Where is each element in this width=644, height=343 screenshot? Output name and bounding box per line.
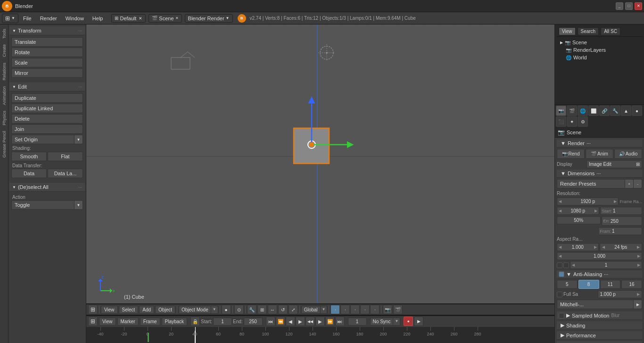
- render-presets-remove[interactable]: -: [633, 180, 642, 188]
- transform-rotate-widget[interactable]: ↺: [278, 305, 288, 314]
- close-btn[interactable]: ✕: [635, 2, 642, 10]
- display-field[interactable]: Image Edit ⊞: [586, 160, 642, 168]
- sidebar-tab-relations[interactable]: Relations: [0, 60, 8, 83]
- props-tab-scene[interactable]: 🎬: [567, 106, 577, 116]
- menu-help[interactable]: Help: [89, 15, 107, 22]
- render-engine-selector[interactable]: Blender Render ▼: [185, 14, 233, 23]
- dimensions-section-header[interactable]: ▼ Dimensions ···: [557, 170, 642, 178]
- data-button[interactable]: Data: [11, 169, 47, 178]
- end-frame-input[interactable]: [244, 318, 263, 326]
- sampled-motion-header[interactable]: ▶ Sampled Motion Blur: [557, 311, 642, 320]
- jump-to-start-btn[interactable]: ⏮: [266, 317, 275, 326]
- toggle-select-label[interactable]: Toggle: [12, 201, 74, 209]
- mitchell-label[interactable]: Mitchell-...: [557, 300, 633, 309]
- timeline-editor-type[interactable]: ⊞: [88, 317, 98, 326]
- layer-2[interactable]: ·: [340, 305, 350, 314]
- mitchell-field[interactable]: 1.000 p ▶: [598, 290, 643, 298]
- viewport-editor-type[interactable]: ⊞: [88, 305, 98, 314]
- percent-field[interactable]: 50%: [557, 216, 601, 224]
- shading-section-header[interactable]: ▶ Shading: [557, 321, 642, 330]
- maximize-btn[interactable]: □: [625, 2, 633, 10]
- pivot-point[interactable]: ⊙: [234, 305, 244, 314]
- outliner-item-scene[interactable]: ▶ 📷 Scene: [559, 39, 641, 46]
- performance-section-header[interactable]: ▶ Performance: [557, 331, 642, 340]
- fps-field[interactable]: ◀ 24 fps ▶: [600, 243, 643, 251]
- mirror-button[interactable]: Mirror: [11, 68, 83, 78]
- props-tab-constraints[interactable]: 🔗: [599, 106, 610, 116]
- mitchell-arrow[interactable]: ▶: [633, 300, 642, 309]
- render-button[interactable]: 📷: [383, 305, 392, 314]
- aa-11-btn[interactable]: 11: [600, 280, 621, 289]
- screen-layout-selector[interactable]: ⊞ Default ✕: [111, 14, 146, 23]
- prev-frame-btn[interactable]: ◀: [286, 317, 295, 326]
- select-menu-btn[interactable]: Select: [119, 306, 139, 314]
- render-presets-add[interactable]: +: [625, 180, 633, 188]
- props-tab-material[interactable]: ●: [632, 106, 642, 116]
- snap-type[interactable]: ⊞: [257, 305, 267, 314]
- time-rem-field[interactable]: ◀ 1 ▶: [570, 261, 642, 269]
- scene-selector[interactable]: 🎬 Scene ✕: [149, 14, 182, 23]
- time-rem-checkbox2[interactable]: [563, 262, 569, 268]
- props-tab-modifiers[interactable]: 🔧: [610, 106, 620, 116]
- sidebar-tab-create[interactable]: Create: [0, 42, 8, 59]
- start-frame-input[interactable]: [213, 318, 232, 326]
- layer-3[interactable]: ·: [350, 305, 360, 314]
- transform-orientation-label[interactable]: Global: [302, 306, 320, 313]
- sync-mode-arrow[interactable]: ▼: [393, 318, 400, 325]
- props-tab-render[interactable]: 📷: [556, 106, 566, 116]
- menu-file[interactable]: File: [19, 15, 35, 22]
- duplicate-button[interactable]: Duplicate: [11, 93, 83, 103]
- set-origin-arrow[interactable]: ▼: [74, 135, 83, 144]
- main-viewport[interactable]: Right Ortho: [86, 24, 554, 303]
- outliner-item-renderlayers[interactable]: 📷 RenderLayers: [564, 46, 641, 54]
- aa-5-btn[interactable]: 5: [557, 280, 578, 289]
- layer-1[interactable]: ·: [330, 305, 340, 314]
- mode-arrow[interactable]: ▼: [211, 306, 218, 313]
- keyframe-type-btn[interactable]: ▶: [414, 317, 423, 326]
- aspect-x-field[interactable]: ◀ 1.000 ▶: [557, 243, 599, 251]
- mode-label[interactable]: Object Mode: [179, 306, 211, 313]
- post-processing-header[interactable]: ▶ Post Processing: [557, 341, 642, 343]
- deselect-header[interactable]: ▼ (De)select All ···: [9, 183, 85, 192]
- delete-button[interactable]: Delete: [11, 114, 83, 123]
- edit-header[interactable]: ▼ Edit ···: [9, 82, 85, 91]
- res-x-field[interactable]: ◀ 1920 p ▶: [557, 197, 619, 205]
- layer-5[interactable]: ·: [370, 305, 380, 314]
- flat-button[interactable]: Flat: [48, 152, 83, 161]
- current-frame-input[interactable]: [348, 318, 367, 326]
- timeline-ruler[interactable]: -40 -20 0 20 40 60 80 100 120 140 160 18…: [86, 327, 554, 343]
- props-tab-world[interactable]: 🌐: [578, 106, 588, 116]
- props-tab-texture[interactable]: ⬛: [556, 116, 566, 127]
- play-reverse-btn[interactable]: ◀◀: [305, 317, 315, 326]
- timeline-marker-btn[interactable]: Marker: [117, 318, 139, 326]
- sidebar-tab-tools[interactable]: Tools: [0, 26, 8, 41]
- outliner-tab-allsc[interactable]: All SC: [601, 27, 620, 35]
- transform-scale-widget[interactable]: ⤢: [289, 305, 298, 314]
- rend-button[interactable]: 📷 Rend: [557, 149, 585, 159]
- props-tab-particles[interactable]: ✦: [567, 116, 577, 127]
- full-sa-checkbox[interactable]: [557, 292, 562, 297]
- timeline-frame-btn[interactable]: Frame: [140, 318, 160, 326]
- view-menu-btn[interactable]: View: [101, 306, 118, 314]
- jump-next-keyframe-btn[interactable]: ⏩: [325, 317, 335, 326]
- data-la-button[interactable]: Data La...: [48, 169, 83, 178]
- sync-mode-label[interactable]: No Sync: [371, 318, 393, 325]
- opengl-render[interactable]: 🎬: [393, 305, 403, 314]
- timeline-view-btn[interactable]: View: [99, 318, 116, 326]
- smooth-button[interactable]: Smooth: [11, 152, 47, 161]
- outliner-tab-view[interactable]: View: [559, 27, 576, 35]
- aspect-y-field[interactable]: ◀ 1.000 ▶: [557, 252, 642, 260]
- aa-checkbox[interactable]: [559, 271, 564, 277]
- render-section-header[interactable]: ▼ Render ···: [557, 139, 642, 147]
- set-origin-button[interactable]: Set Origin: [12, 135, 74, 144]
- jump-prev-keyframe-btn[interactable]: ⏪: [276, 317, 285, 326]
- end-frame-field[interactable]: En: 250: [602, 216, 643, 226]
- anim-button[interactable]: 🎬 Anim: [586, 149, 613, 159]
- props-tab-object[interactable]: ⬜: [588, 106, 599, 116]
- props-tab-physics[interactable]: ⚙: [578, 116, 588, 127]
- snap-toggle[interactable]: 🔧: [247, 305, 256, 314]
- play-btn[interactable]: ▶: [296, 317, 305, 326]
- auto-keyframe-btn[interactable]: ●: [404, 317, 413, 326]
- time-rem-checkbox[interactable]: [557, 262, 562, 268]
- transform-manipulator[interactable]: ↔: [268, 305, 277, 314]
